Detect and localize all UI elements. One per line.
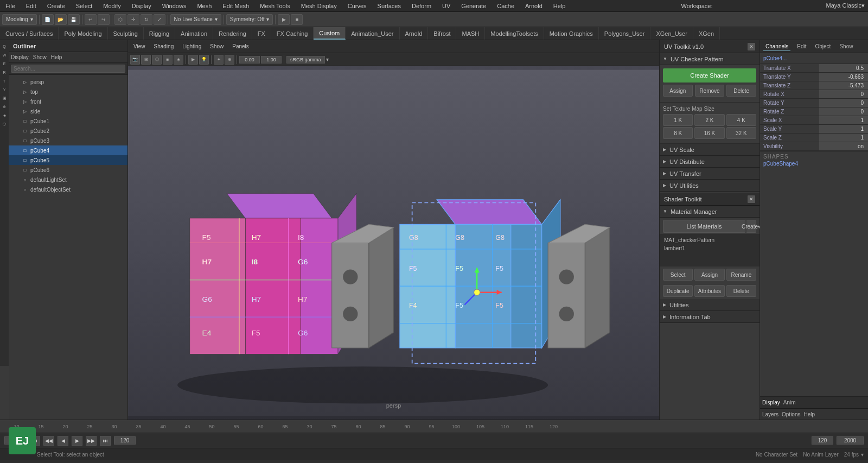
tree-item-pcube1[interactable]: □ pCube1 — [9, 116, 127, 126]
channel-vis-value[interactable]: on — [819, 142, 868, 151]
vp-menu-view[interactable]: View — [131, 42, 148, 50]
channel-sz-value[interactable]: 1 — [819, 134, 868, 142]
tree-item-persp[interactable]: ▷ persp — [9, 77, 127, 87]
select-btn[interactable]: ⬡ — [114, 14, 126, 25]
channel-rx-value[interactable]: 0 — [819, 90, 868, 99]
tree-item-pcube5[interactable]: □ pCube5 — [9, 155, 127, 165]
channel-rz-value[interactable]: 0 — [819, 107, 868, 116]
menu-display[interactable]: Display — [130, 2, 154, 10]
frame-end-input[interactable] — [114, 436, 136, 445]
tab-arnold[interactable]: Arnold — [400, 27, 429, 40]
vp-light-icon[interactable]: 💡 — [199, 55, 209, 65]
vp-wireframe-icon[interactable]: ⬡ — [152, 55, 162, 65]
icon-bar-select[interactable]: Q — [1, 42, 8, 50]
vp-field-2[interactable] — [261, 56, 282, 64]
size-4k-btn[interactable]: 4 K — [726, 114, 756, 126]
uv-utilities-row[interactable]: ▶ UV Utilities — [660, 180, 760, 192]
tab-curves-surfaces[interactable]: Curves / Surfaces — [0, 27, 59, 40]
icon-bar-tool1[interactable]: T — [1, 77, 8, 85]
no-anim-layer-label[interactable]: No Anim Layer — [803, 452, 839, 458]
ch-tab-object[interactable]: Object — [813, 42, 833, 50]
shape-name[interactable]: pCubeShape4 — [763, 161, 865, 167]
icon-bar-tool5[interactable]: ◈ — [1, 112, 8, 119]
uv-transfer-row[interactable]: ▶ UV Transfer — [660, 168, 760, 180]
size-16k-btn[interactable]: 16 K — [694, 127, 724, 139]
menu-deform[interactable]: Deform — [410, 2, 433, 10]
open-btn[interactable]: 📂 — [55, 14, 67, 25]
channel-row-tz[interactable]: Translate Z -5.473 — [760, 81, 868, 90]
tab-poly-modeling[interactable]: Poly Modeling — [59, 27, 107, 40]
ch-tab-show[interactable]: Show — [837, 42, 855, 50]
fps-value-input[interactable] — [837, 436, 864, 445]
shader-toolkit-close-btn[interactable]: ✕ — [748, 195, 755, 203]
tab-sculpting[interactable]: Sculpting — [108, 27, 144, 40]
icon-bar-tool3[interactable]: ▣ — [1, 94, 8, 102]
create-dropdown-btn[interactable]: Create ▾ — [746, 220, 756, 233]
timeline[interactable]: 10 15 20 25 30 35 40 45 50 55 60 65 70 7… — [0, 420, 868, 433]
vp-render-icon[interactable]: ▶ — [188, 55, 198, 65]
gamma-arrow-icon[interactable]: ▾ — [326, 56, 329, 62]
vp-menu-lighting[interactable]: Lighting — [180, 42, 203, 50]
size-8k-btn[interactable]: 8 K — [663, 127, 693, 139]
prev-frame-btn[interactable]: ◀ — [58, 436, 68, 446]
channel-tz-value[interactable]: -5.473 — [819, 81, 868, 90]
menu-mesh[interactable]: Mesh — [195, 2, 214, 10]
uv-distribute-row[interactable]: ▶ UV Distribute — [660, 156, 760, 168]
menu-cache[interactable]: Cache — [495, 2, 516, 10]
tab-bifrost[interactable]: Bifrost — [428, 27, 456, 40]
material-item-1[interactable]: lambert1 — [663, 244, 756, 252]
channel-row-tx[interactable]: Translate X 0.5 — [760, 64, 868, 73]
tab-xgen-user[interactable]: XGen_User — [650, 27, 693, 40]
uv-scale-row[interactable]: ▶ UV Scale — [660, 144, 760, 156]
rename-material-btn[interactable]: Rename — [726, 269, 756, 281]
undo-btn[interactable]: ↩ — [85, 14, 97, 25]
size-32k-btn[interactable]: 32 K — [726, 127, 756, 139]
render-btn[interactable]: ▶ — [278, 14, 290, 25]
mode-dropdown[interactable]: Modeling▾ — [2, 14, 37, 25]
tab-custom[interactable]: Custom — [314, 27, 346, 40]
viewport-canvas[interactable]: H7 I8 F5 G6 H7 H7 I8 G6 H7 E4 F5 G6 — [128, 66, 659, 420]
menu-edit[interactable]: Edit — [24, 2, 39, 10]
vp-menu-shading[interactable]: Shading — [152, 42, 176, 50]
tab-rendering[interactable]: Rendering — [213, 27, 252, 40]
disp-tab-anim[interactable]: Anim — [783, 399, 796, 405]
select-material-btn[interactable]: Select — [663, 269, 693, 281]
tab-mash[interactable]: MASH — [456, 27, 485, 40]
tab-fx[interactable]: FX — [252, 27, 271, 40]
channel-row-ry[interactable]: Rotate Y 0 — [760, 99, 868, 107]
assign-material-btn[interactable]: Assign — [694, 269, 724, 281]
disp-subtab-options[interactable]: Options — [782, 411, 800, 417]
disp-subtab-layers[interactable]: Layers — [762, 411, 778, 417]
menu-generate[interactable]: Generate — [459, 2, 488, 10]
tab-animation-user[interactable]: Animation_User — [346, 27, 399, 40]
create-shader-btn[interactable]: Create Shader — [663, 68, 756, 83]
disp-subtab-help[interactable]: Help — [803, 411, 815, 417]
tree-item-top[interactable]: ▷ top — [9, 87, 127, 97]
icon-bar-tool2[interactable]: Y — [1, 86, 8, 93]
channel-row-rx[interactable]: Rotate X 0 — [760, 90, 868, 99]
material-manager-header[interactable]: ▼ Material Manager — [660, 206, 760, 218]
menu-curves[interactable]: Curves — [346, 2, 369, 10]
fps-arrow-icon[interactable]: ▾ — [861, 452, 864, 458]
tab-animation[interactable]: Animation — [175, 27, 213, 40]
next-frame-btn[interactable]: ▶▶ — [86, 436, 97, 446]
vp-menu-show[interactable]: Show — [208, 42, 226, 50]
tab-modelling-toolsets[interactable]: ModellingToolsets — [485, 27, 544, 40]
icon-bar-move[interactable]: W — [1, 51, 8, 59]
tree-item-default-light-set[interactable]: ○ defaultLightSet — [9, 175, 127, 185]
save-btn[interactable]: 💾 — [68, 14, 80, 25]
duplicate-material-btn[interactable]: Duplicate — [663, 285, 693, 297]
outliner-tab-display[interactable]: Display — [11, 54, 29, 60]
channel-sx-value[interactable]: 1 — [819, 116, 868, 125]
checker-delete-btn[interactable]: Delete — [726, 85, 756, 97]
channel-row-sy[interactable]: Scale Y 1 — [760, 125, 868, 134]
size-1k-btn[interactable]: 1 K — [663, 114, 693, 126]
vp-pivot-icon[interactable]: ✦ — [214, 55, 224, 65]
search-input[interactable] — [11, 65, 125, 73]
menu-create[interactable]: Create — [45, 2, 67, 10]
play-back-btn[interactable]: ◀◀ — [43, 436, 54, 446]
channel-row-sx[interactable]: Scale X 1 — [760, 116, 868, 125]
list-materials-btn[interactable]: List Materials — [663, 220, 745, 233]
information-tab-row[interactable]: ▶ Information Tab — [660, 311, 760, 323]
menu-help[interactable]: Help — [551, 2, 568, 10]
